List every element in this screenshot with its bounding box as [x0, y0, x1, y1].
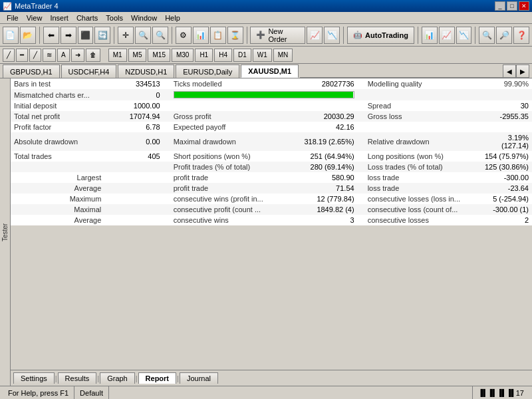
crosshair-btn[interactable]: ✛ [118, 27, 134, 44]
bar-chart-btn[interactable]: 📉 [456, 27, 472, 44]
label-ticks-modelled: Ticks modelled [170, 78, 293, 89]
tab-scroll-left[interactable]: ◀ [503, 65, 516, 78]
period-h4[interactable]: H4 [214, 49, 232, 62]
label-largest-loss-trade: loss trade [364, 172, 481, 183]
close-button[interactable]: ✕ [519, 1, 529, 11]
search-btn[interactable]: 🔎 [496, 27, 512, 44]
title-text: MetaTrader 4 [15, 2, 59, 10]
period-w1[interactable]: W1 [253, 49, 272, 62]
tab-gbpusd-h1[interactable]: GBPUSD,H1 [3, 65, 60, 78]
fwd-btn[interactable]: ➡ [61, 27, 76, 44]
label-loss-trades: Loss trades (% of total) [364, 162, 481, 172]
line-chart-btn[interactable]: 📈 [439, 27, 455, 44]
val-avg-consec-wins: 3 [293, 215, 358, 225]
period-sep-btn[interactable]: ⌛ [227, 27, 243, 44]
tab-eurusd-daily[interactable]: EURUSD,Daily [176, 65, 239, 78]
period-h1[interactable]: H1 [195, 49, 213, 62]
table-row: Mismatched charts er... 0 [11, 89, 532, 100]
new-chart-btn[interactable]: 📄 [3, 27, 19, 44]
indicators-btn[interactable]: 📊 [193, 27, 209, 44]
label-gross-profit: Gross profit [170, 111, 293, 122]
menu-window[interactable]: Window [127, 13, 161, 23]
val-empty1 [480, 89, 532, 100]
properties-btn[interactable]: ⚙ [176, 27, 192, 44]
tab-results[interactable]: Results [58, 372, 97, 384]
table-row: Profit factor 6.78 Expected payoff 42.16 [11, 122, 532, 132]
label-max-consec-wins: consecutive wins (profit in... [170, 194, 293, 204]
val-empty2 [293, 100, 358, 111]
period-mn[interactable]: MN [273, 49, 293, 62]
window-controls[interactable]: _ □ ✕ [495, 1, 529, 11]
menu-insert[interactable]: Insert [46, 13, 72, 23]
minimize-button[interactable]: _ [495, 1, 505, 11]
val-empty3 [480, 122, 532, 132]
trendline-btn[interactable]: ╱ [29, 49, 41, 62]
zoom-tool-btn[interactable]: 🔍 [479, 27, 495, 44]
period-m15[interactable]: M15 [148, 49, 170, 62]
back-btn[interactable]: ⬅ [43, 27, 59, 44]
zoom-in-btn[interactable]: 🔍 [135, 27, 151, 44]
table-row: Profit trades (% of total) 280 (69.14%) … [11, 162, 532, 172]
table-row: Total trades 405 Short positions (won %)… [11, 151, 532, 162]
val-profit-trades: 280 (69.14%) [293, 162, 358, 172]
menu-help[interactable]: Help [161, 13, 184, 23]
tab-journal[interactable]: Journal [180, 372, 218, 384]
chart-type-btn[interactable]: 📊 [422, 27, 438, 44]
open-btn[interactable]: 📂 [20, 27, 36, 44]
period-m30[interactable]: M30 [172, 49, 194, 62]
help-btn[interactable]: ❓ [513, 27, 529, 44]
delete-btn[interactable]: 🗑 [86, 49, 100, 62]
chart-tabs: GBPUSD,H1 USDCHF,H4 NZDUSD,H1 EURUSD,Dai… [0, 64, 532, 78]
label-maximum: Maximum [11, 194, 104, 204]
refresh-btn[interactable]: 🔄 [94, 27, 110, 44]
tab-usdchf-h4[interactable]: USDCHF,H4 [61, 65, 117, 78]
table-row: Total net profit 17074.94 Gross profit 2… [11, 111, 532, 122]
label-max-drawdown: Maximal drawdown [170, 132, 293, 151]
menu-charts[interactable]: Charts [72, 13, 102, 23]
menu-view[interactable]: View [23, 13, 47, 23]
val-rel-drawdown: 3.19% (127.14) [480, 132, 532, 151]
val-loss-trades: 125 (30.86%) [480, 162, 532, 172]
zoom-out-btn[interactable]: 🔍 [152, 27, 168, 44]
menu-file[interactable]: File [3, 13, 23, 23]
tab-xauusd-m1[interactable]: XAUUSD,M1 [241, 65, 299, 78]
period-m1[interactable]: M1 [108, 49, 127, 62]
tab-graph[interactable]: Graph [100, 372, 135, 384]
bottom-tabs-bar: Settings | Results | Graph | Report | Jo… [11, 370, 532, 386]
stop-btn[interactable]: ⬛ [78, 27, 94, 44]
tab-nzdusd-h1[interactable]: NZDUSD,H1 [118, 65, 174, 78]
text-btn[interactable]: A [57, 49, 70, 62]
period-d1[interactable]: D1 [233, 49, 251, 62]
history-btn[interactable]: 📉 [324, 27, 340, 44]
arrow-btn[interactable]: ➜ [71, 49, 84, 62]
val-total-net-profit: 17074.94 [104, 111, 163, 122]
val-largest-profit-trade: 580.90 [293, 172, 358, 183]
indicator-value: 17 [516, 389, 524, 397]
status-help: For Help, press F1 [3, 386, 74, 399]
hline-btn[interactable]: ━ [16, 49, 28, 62]
period-m5[interactable]: M5 [128, 49, 147, 62]
auto-trading-label: AutoTrading [365, 31, 408, 39]
sep6 [418, 27, 418, 44]
val-empty9 [104, 215, 163, 225]
menu-tools[interactable]: Tools [102, 13, 127, 23]
market-watch-btn[interactable]: 📈 [307, 27, 323, 44]
templates-btn[interactable]: 📋 [210, 27, 226, 44]
draw-line-btn[interactable]: ╱ [3, 49, 15, 62]
new-order-button[interactable]: ➕ New Order [250, 27, 305, 44]
val-total-trades: 405 [104, 151, 163, 162]
val-gross-loss: -2955.35 [480, 111, 532, 122]
val-abs-drawdown: 0.00 [104, 132, 163, 151]
maximize-button[interactable]: □ [507, 1, 517, 11]
label-maximal-consec-loss: consecutive loss (count of... [364, 204, 481, 215]
label-total-net-profit: Total net profit [11, 111, 104, 122]
val-max-drawdown: 318.19 (2.65%) [293, 132, 358, 151]
new-order-label: New Order [268, 27, 299, 43]
val-avg-loss-trade: -23.64 [480, 183, 532, 194]
auto-trading-button[interactable]: 🤖 AutoTrading [347, 27, 414, 44]
tab-report[interactable]: Report [138, 372, 176, 384]
fib-btn[interactable]: ≋ [43, 49, 56, 62]
label-expected-payoff: Expected payoff [170, 122, 293, 132]
tab-settings[interactable]: Settings [13, 372, 55, 384]
tab-scroll-right[interactable]: ▶ [516, 65, 529, 78]
